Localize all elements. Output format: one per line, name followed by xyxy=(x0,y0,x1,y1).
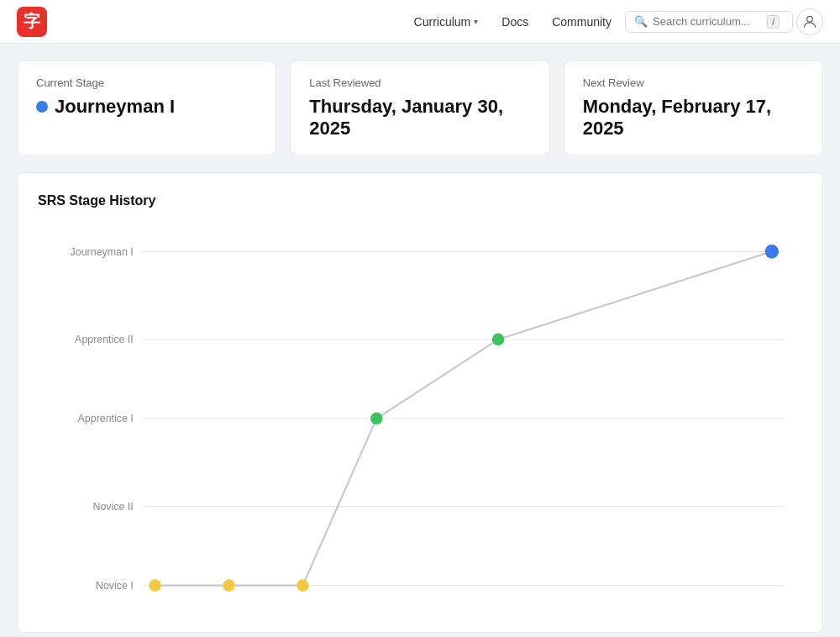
svg-text:Apprentice I: Apprentice I xyxy=(78,413,134,424)
search-icon: 🔍 xyxy=(634,15,648,28)
header: 字 Curriculum ▾ Docs Community 🔍 / xyxy=(0,0,840,44)
chart-point-3 xyxy=(297,579,308,592)
chart-point-1 xyxy=(149,579,160,592)
user-avatar[interactable] xyxy=(796,8,823,35)
next-review-label: Next Review xyxy=(583,76,804,89)
stat-card-next-review: Next Review Monday, February 17, 2025 xyxy=(564,61,823,155)
main-content: Current Stage Journeyman I Last Reviewed… xyxy=(0,44,840,637)
next-review-value: Monday, February 17, 2025 xyxy=(583,96,804,140)
svg-text:Novice II: Novice II xyxy=(93,501,134,513)
chart-svg: Journeyman I Apprentice II Apprentice I … xyxy=(38,225,802,612)
chart-area: Journeyman I Apprentice II Apprentice I … xyxy=(38,225,802,612)
search-box[interactable]: 🔍 / xyxy=(625,11,793,33)
stage-dot xyxy=(36,101,48,113)
nav: Curriculum ▾ Docs Community 🔍 / xyxy=(404,8,823,35)
current-stage-label: Current Stage xyxy=(36,76,257,89)
chart-point-6 xyxy=(765,245,780,259)
chart-point-2 xyxy=(223,579,234,592)
svg-text:Journeyman I: Journeyman I xyxy=(71,245,134,257)
svg-point-0 xyxy=(807,16,813,22)
nav-docs[interactable]: Docs xyxy=(491,10,538,34)
nav-curriculum[interactable]: Curriculum ▾ xyxy=(404,10,489,34)
search-input[interactable] xyxy=(653,15,762,28)
svg-text:Novice I: Novice I xyxy=(96,580,134,592)
chart-title: SRS Stage History xyxy=(38,193,802,208)
current-stage-value: Journeyman I xyxy=(36,96,257,118)
chart-point-4 xyxy=(370,413,382,425)
last-reviewed-value: Thursday, January 30, 2025 xyxy=(309,96,530,140)
kbd-hint: / xyxy=(767,15,780,29)
chevron-down-icon: ▾ xyxy=(474,17,478,26)
chart-card: SRS Stage History Journeyman I Apprentic… xyxy=(17,172,823,633)
stat-card-current-stage: Current Stage Journeyman I xyxy=(17,61,276,155)
nav-community[interactable]: Community xyxy=(542,10,622,34)
chart-point-5 xyxy=(492,334,504,346)
svg-text:Apprentice II: Apprentice II xyxy=(75,334,134,345)
logo[interactable]: 字 xyxy=(17,7,47,37)
last-reviewed-label: Last Reviewed xyxy=(309,76,530,89)
stat-card-last-reviewed: Last Reviewed Thursday, January 30, 2025 xyxy=(290,61,549,155)
stats-row: Current Stage Journeyman I Last Reviewed… xyxy=(17,61,823,155)
